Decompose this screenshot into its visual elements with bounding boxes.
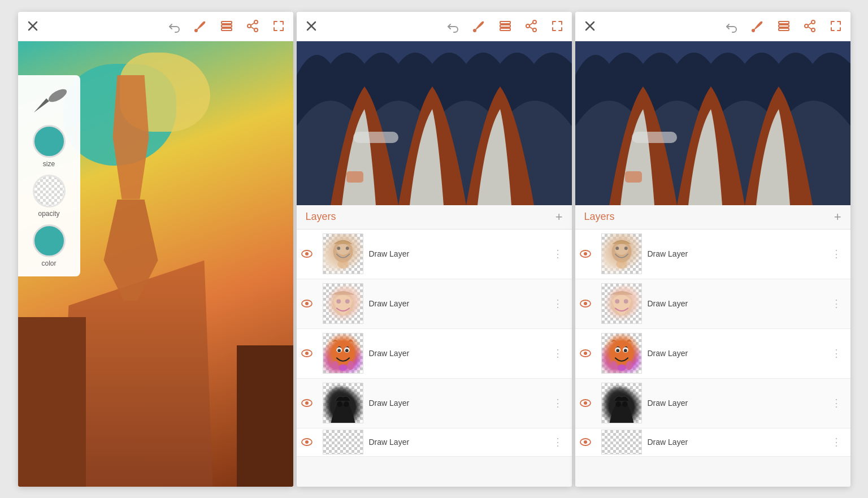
layer-visibility-toggle[interactable] [580, 438, 596, 446]
undo-button-2[interactable] [445, 18, 461, 34]
svg-rect-58 [779, 21, 789, 24]
share-icon[interactable] [245, 18, 261, 34]
layer-item[interactable]: Draw Layer ⋮ [297, 229, 572, 279]
undo-button[interactable] [167, 18, 183, 34]
layers-panel-1: Layers + [297, 12, 572, 487]
layer-visibility-toggle[interactable] [580, 349, 596, 357]
layer-item[interactable]: Draw Layer ⋮ [297, 279, 572, 329]
add-layer-button-2[interactable]: + [834, 211, 841, 223]
svg-line-65 [808, 27, 811, 29]
svg-point-74 [624, 246, 627, 250]
layers-title-1: Layers [306, 211, 336, 223]
close-button[interactable] [25, 18, 41, 34]
svg-rect-67 [625, 171, 642, 183]
svg-point-70 [584, 252, 587, 256]
layers-icon-3[interactable] [776, 18, 792, 34]
layer-visibility-toggle[interactable] [301, 349, 317, 357]
layer-options-button[interactable]: ⋮ [548, 434, 567, 451]
artwork-preview-1 [297, 41, 572, 205]
opacity-tool[interactable] [33, 175, 66, 207]
layer-item[interactable]: Draw Layer ⋮ [297, 428, 572, 457]
svg-rect-68 [632, 132, 677, 143]
svg-point-28 [305, 252, 309, 256]
close-button-3[interactable] [582, 18, 598, 34]
svg-point-77 [584, 302, 587, 305]
layer-thumbnail [323, 233, 363, 274]
layer-options-button[interactable]: ⋮ [548, 345, 567, 362]
layer-options-button[interactable]: ⋮ [827, 245, 846, 262]
svg-rect-60 [779, 28, 789, 31]
canvas-area[interactable]: size opacity color [18, 41, 293, 487]
layers-icon[interactable] [219, 18, 235, 34]
svg-point-88 [610, 361, 617, 370]
layer-options-button[interactable]: ⋮ [827, 395, 846, 412]
svg-point-8 [254, 28, 258, 32]
svg-line-23 [529, 27, 533, 29]
svg-point-48 [338, 364, 348, 371]
svg-point-62 [805, 24, 808, 28]
layer-name: Draw Layer [369, 349, 548, 358]
layer-item[interactable]: Draw Layer ⋮ [575, 428, 850, 457]
layer-thumbnail [601, 333, 642, 374]
fullscreen-icon-2[interactable] [549, 18, 565, 34]
layer-item[interactable]: Draw Layer ⋮ [575, 229, 850, 279]
layers-header-2: Layers + [575, 205, 850, 229]
add-layer-button-1[interactable]: + [555, 211, 563, 223]
svg-point-31 [337, 246, 340, 250]
layer-visibility-toggle[interactable] [580, 250, 596, 258]
share-icon-3[interactable] [802, 18, 818, 34]
svg-point-6 [254, 20, 258, 24]
svg-rect-26 [353, 132, 398, 143]
svg-point-20 [526, 24, 530, 28]
svg-point-11 [46, 87, 68, 105]
layer-item[interactable]: Draw Layer ⋮ [575, 379, 850, 428]
color-tool[interactable] [33, 224, 66, 257]
svg-point-63 [811, 28, 815, 32]
layer-options-button[interactable]: ⋮ [827, 295, 846, 312]
size-tool[interactable] [33, 125, 66, 158]
layer-name: Draw Layer [369, 249, 548, 258]
layer-visibility-toggle[interactable] [301, 399, 317, 407]
svg-point-93 [615, 401, 621, 407]
layer-thumbnail [601, 283, 642, 324]
layer-item[interactable]: Draw Layer ⋮ [575, 329, 850, 379]
svg-rect-18 [500, 28, 510, 31]
layer-options-button[interactable]: ⋮ [548, 395, 567, 412]
svg-line-9 [250, 23, 254, 25]
layer-visibility-toggle[interactable] [301, 250, 317, 258]
svg-point-40 [305, 352, 309, 355]
svg-point-86 [616, 349, 619, 352]
svg-point-96 [584, 440, 587, 444]
layer-visibility-toggle[interactable] [301, 438, 317, 446]
layer-options-button[interactable]: ⋮ [548, 245, 567, 262]
svg-point-32 [345, 246, 349, 250]
svg-marker-12 [34, 98, 49, 112]
fullscreen-icon[interactable] [271, 18, 287, 34]
svg-point-52 [343, 401, 349, 407]
layer-visibility-toggle[interactable] [580, 399, 596, 407]
undo-button-3[interactable] [724, 18, 740, 34]
brush-icon[interactable] [193, 18, 209, 34]
layer-options-button[interactable]: ⋮ [827, 345, 846, 362]
layers-icon-2[interactable] [497, 18, 513, 34]
layer-visibility-toggle[interactable] [301, 300, 317, 308]
brush-icon-3[interactable] [750, 18, 766, 34]
layer-item[interactable]: Draw Layer ⋮ [575, 279, 850, 329]
layer-thumbnail [323, 333, 363, 374]
fullscreen-icon-3[interactable] [828, 18, 844, 34]
share-icon-2[interactable] [523, 18, 539, 34]
close-button-2[interactable] [303, 18, 319, 34]
svg-point-33 [337, 260, 348, 269]
svg-point-89 [626, 361, 632, 370]
layer-item[interactable]: Draw Layer ⋮ [297, 379, 572, 428]
layer-visibility-toggle[interactable] [580, 300, 596, 308]
layer-item[interactable]: Draw Layer ⋮ [297, 329, 572, 379]
toolbar [18, 12, 293, 41]
svg-point-79 [615, 299, 619, 304]
svg-point-61 [811, 20, 815, 24]
layer-options-button[interactable]: ⋮ [827, 434, 846, 451]
layer-options-button[interactable]: ⋮ [548, 295, 567, 312]
svg-point-47 [347, 361, 354, 370]
layers-section-2: Layers + [575, 205, 850, 487]
brush-icon-2[interactable] [471, 18, 487, 34]
